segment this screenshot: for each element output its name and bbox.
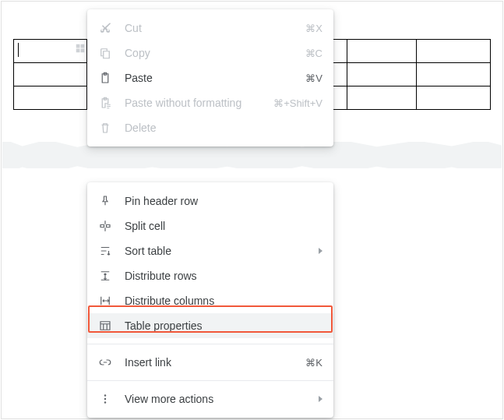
menu-item-delete[interactable]: Delete bbox=[87, 115, 333, 140]
menu-item-distribute-rows[interactable]: Distribute rows bbox=[87, 263, 333, 288]
menu-label: Pin header row bbox=[125, 195, 322, 207]
copy-icon bbox=[98, 46, 112, 60]
menu-label: Distribute rows bbox=[125, 270, 322, 282]
menu-item-table-properties[interactable]: Table properties bbox=[87, 313, 333, 338]
menu-label: Sort table bbox=[125, 245, 314, 257]
menu-label: Copy bbox=[125, 47, 305, 59]
menu-item-paste[interactable]: Paste ⌘V bbox=[87, 65, 333, 90]
menu-item-split-cell[interactable]: Split cell bbox=[87, 214, 333, 238]
dist-rows-icon bbox=[98, 269, 112, 283]
cut-icon bbox=[98, 21, 112, 35]
delete-icon bbox=[98, 121, 112, 135]
menu-label: Insert link bbox=[125, 356, 305, 369]
link-icon bbox=[98, 355, 112, 369]
context-menu-bottom: Pin header row Split cell Sort table Dis… bbox=[87, 182, 333, 418]
context-menu-top: Cut ⌘X Copy ⌘C Paste ⌘V Paste without fo… bbox=[87, 9, 333, 146]
menu-label: Delete bbox=[125, 122, 322, 134]
split-cell-icon bbox=[98, 219, 112, 233]
svg-point-1 bbox=[104, 398, 106, 400]
menu-item-distribute-cols[interactable]: Distribute columns bbox=[87, 288, 333, 313]
menu-shortcut: ⌘+Shift+V bbox=[273, 97, 322, 109]
menu-item-insert-link[interactable]: Insert link ⌘K bbox=[87, 350, 333, 375]
menu-item-paste-plain[interactable]: Paste without formatting ⌘+Shift+V bbox=[87, 90, 333, 115]
menu-label: Cut bbox=[125, 22, 305, 34]
pin-icon bbox=[98, 194, 112, 208]
menu-shortcut: ⌘K bbox=[305, 357, 322, 369]
paste-icon bbox=[98, 71, 112, 85]
menu-shortcut: ⌘C bbox=[305, 48, 322, 59]
cell-drag-handle-icon[interactable] bbox=[75, 43, 86, 54]
paste-plain-icon bbox=[98, 96, 112, 110]
more-icon bbox=[98, 392, 112, 406]
menu-separator bbox=[87, 344, 333, 344]
chevron-right-icon bbox=[319, 396, 322, 402]
menu-item-more-actions[interactable]: View more actions bbox=[87, 386, 333, 411]
dist-cols-icon bbox=[98, 294, 112, 308]
menu-item-copy[interactable]: Copy ⌘C bbox=[87, 41, 333, 65]
menu-label: Table properties bbox=[125, 319, 322, 332]
menu-shortcut: ⌘V bbox=[305, 72, 322, 84]
table-props-icon bbox=[98, 319, 112, 333]
svg-point-0 bbox=[104, 394, 106, 396]
menu-separator bbox=[87, 380, 333, 381]
menu-label: Split cell bbox=[125, 220, 322, 232]
menu-item-pin-header[interactable]: Pin header row bbox=[87, 189, 333, 214]
text-caret bbox=[18, 43, 19, 57]
sort-icon bbox=[98, 244, 112, 258]
menu-label: Distribute columns bbox=[125, 295, 322, 307]
menu-item-sort-table[interactable]: Sort table bbox=[87, 238, 333, 263]
menu-label: Paste without formatting bbox=[125, 97, 273, 109]
menu-shortcut: ⌘X bbox=[305, 23, 322, 34]
chevron-right-icon bbox=[319, 248, 322, 254]
svg-point-2 bbox=[104, 401, 106, 403]
menu-label: View more actions bbox=[125, 393, 314, 405]
menu-label: Paste bbox=[125, 72, 305, 84]
menu-item-cut[interactable]: Cut ⌘X bbox=[87, 16, 333, 41]
